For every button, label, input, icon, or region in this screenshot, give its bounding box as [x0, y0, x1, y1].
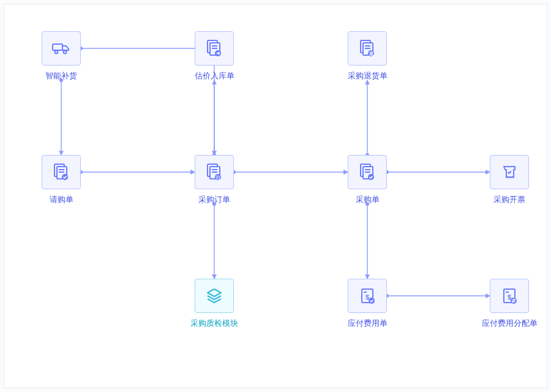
node-purchase_invoice[interactable]: 采购开票: [476, 155, 543, 205]
node-purchase_slip[interactable]: 采购单: [334, 155, 401, 205]
node-fee_alloc[interactable]: 应付费用分配单: [476, 279, 543, 329]
node-box: [490, 279, 529, 313]
node-box: [42, 155, 81, 189]
doc-return-icon: [357, 38, 378, 59]
node-smart_restock[interactable]: 智能补货: [28, 31, 95, 81]
doc-arrow-icon: [204, 38, 225, 59]
node-label: 采购开票: [493, 194, 525, 205]
diagram-canvas: 智能补货请购单估价入库单采购订单采购质检模块采购退货单采购单应付费用单采购开票应…: [4, 4, 547, 388]
node-box: [42, 31, 81, 66]
node-label: 智能补货: [45, 70, 77, 81]
doc-order-icon: [204, 162, 225, 183]
doc-share-icon: [499, 285, 520, 306]
node-label: 估价入库单: [195, 70, 234, 81]
doc-check-icon: [357, 162, 378, 183]
node-estimated_inbound[interactable]: 估价入库单: [181, 31, 248, 81]
node-label: 采购订单: [198, 194, 230, 205]
node-purchase_order[interactable]: 采购订单: [181, 155, 248, 205]
node-box: [195, 279, 234, 313]
node-purchase_request[interactable]: 请购单: [28, 155, 95, 205]
node-label: 请购单: [50, 194, 73, 205]
node-box: [348, 155, 387, 189]
node-purchase_return[interactable]: 采购退货单: [334, 31, 401, 81]
node-qc_module[interactable]: 采购质检模块: [181, 279, 248, 329]
node-box: [348, 279, 387, 313]
node-box: [348, 31, 387, 66]
node-label: 采购单: [356, 194, 380, 205]
node-payable_fee[interactable]: 应付费用单: [334, 279, 401, 329]
node-box: [490, 155, 529, 189]
node-box: [195, 31, 234, 66]
node-label: 采购质检模块: [190, 318, 238, 329]
layers-icon: [204, 285, 225, 306]
node-label: 采购退货单: [348, 70, 388, 81]
node-label: 应付费用分配单: [482, 318, 538, 329]
node-label: 应付费用单: [348, 318, 388, 329]
doc-check-icon: [51, 162, 72, 183]
node-box: [195, 155, 234, 189]
receipt-icon: [499, 162, 520, 183]
doc-money-icon: [357, 285, 378, 306]
truck-icon: [51, 38, 72, 59]
